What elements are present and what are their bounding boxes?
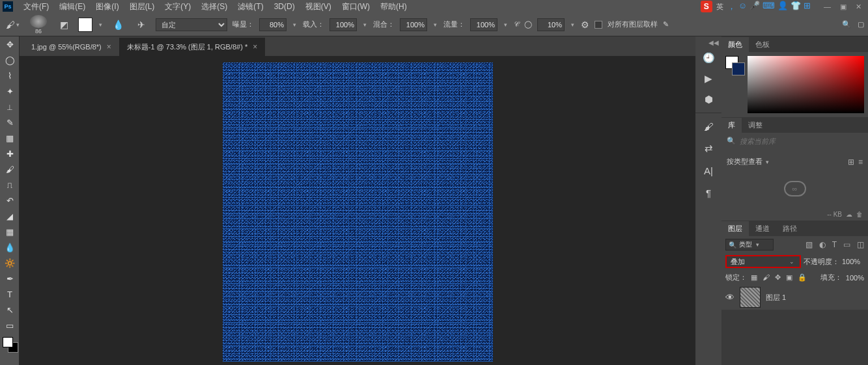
visibility-toggle[interactable]: 👁: [725, 292, 735, 303]
expand-panels-icon[interactable]: ◀◀: [708, 39, 721, 46]
blend-mode-select[interactable]: 叠加 ⌄: [725, 255, 801, 268]
airbrush-icon[interactable]: 𝒞: [514, 20, 519, 29]
marquee-tool[interactable]: ◯: [0, 52, 20, 68]
canvas[interactable]: [223, 62, 493, 362]
close-icon[interactable]: ×: [107, 42, 111, 51]
menu-image[interactable]: 图像(I): [91, 1, 124, 12]
layer-row[interactable]: 👁 图层 1: [721, 285, 868, 310]
ime-punct-icon[interactable]: ，: [727, 1, 736, 12]
menu-filter[interactable]: 滤镜(T): [232, 1, 268, 12]
close-button[interactable]: ✕: [856, 3, 861, 11]
3d-panel-icon[interactable]: ⬢: [699, 90, 718, 109]
color-swatch[interactable]: [78, 18, 92, 32]
exposure-input[interactable]: [259, 18, 287, 31]
clean-brush-icon[interactable]: ✈: [132, 16, 150, 34]
menu-type[interactable]: 文字(Y): [160, 1, 196, 12]
lock-brush-icon[interactable]: 🖌: [763, 273, 770, 282]
magic-wand-tool[interactable]: ✦: [0, 83, 20, 99]
pen-tool[interactable]: ✒: [0, 271, 20, 286]
eraser-tool[interactable]: ◢: [0, 208, 20, 224]
type-tool[interactable]: T: [0, 286, 20, 302]
tab-swatches[interactable]: 色板: [749, 37, 776, 52]
ime-keyboard-icon[interactable]: ⌨: [763, 1, 775, 12]
tab-color[interactable]: 颜色: [721, 37, 749, 52]
tablet-size-icon[interactable]: ✎: [663, 20, 669, 29]
spot-heal-tool[interactable]: ✚: [0, 146, 20, 161]
blur-tool[interactable]: 💧: [0, 239, 20, 255]
filter-smart-icon[interactable]: ◫: [857, 240, 864, 249]
move-tool[interactable]: ✥: [0, 36, 20, 52]
tab-paths[interactable]: 路径: [776, 221, 804, 236]
doc-tab-2[interactable]: 未标题-1 @ 73.3% (图层 1, RGB/8#) * ×: [119, 38, 265, 56]
menu-select[interactable]: 选择(S): [196, 1, 232, 12]
grid-view-icon[interactable]: ⊞: [848, 157, 854, 167]
library-search-input[interactable]: [740, 137, 863, 145]
blend-input[interactable]: [400, 18, 427, 31]
paragraph-panel-icon[interactable]: ¶: [699, 183, 718, 202]
sample-all-checkbox[interactable]: [595, 21, 602, 29]
lock-artboard-icon[interactable]: ▣: [786, 273, 792, 282]
brush-panel-toggle[interactable]: ◩: [55, 16, 73, 34]
trash-icon[interactable]: 🗑: [856, 211, 863, 218]
history-panel-icon[interactable]: 🕘: [699, 49, 718, 67]
load-input[interactable]: [329, 18, 357, 31]
ime-user-icon[interactable]: 👤: [777, 1, 788, 12]
menu-help[interactable]: 帮助(H): [375, 1, 412, 12]
preset-select[interactable]: 自定: [156, 18, 227, 31]
lock-pixels-icon[interactable]: ▦: [751, 273, 757, 282]
shape-tool[interactable]: ▭: [0, 318, 20, 333]
menu-edit[interactable]: 编辑(E): [54, 1, 91, 12]
brushes-panel-icon[interactable]: 🖌: [699, 117, 718, 135]
gear-icon[interactable]: ⚙: [581, 20, 589, 30]
ime-smile-icon[interactable]: ☺: [738, 1, 747, 12]
ime-grid-icon[interactable]: ⊞: [804, 1, 811, 12]
color-field[interactable]: [748, 56, 864, 113]
path-select-tool[interactable]: ↖: [0, 302, 20, 318]
character-panel-icon[interactable]: A|: [699, 161, 718, 180]
tab-adjustments[interactable]: 调整: [742, 118, 769, 133]
filter-shape-icon[interactable]: ▭: [843, 240, 850, 249]
search-icon[interactable]: 🔍: [842, 20, 851, 29]
eyedropper-tool[interactable]: ✎: [0, 115, 20, 130]
fg-bg-swatches[interactable]: [0, 336, 20, 354]
clone-stamp-tool[interactable]: ⎍: [0, 177, 20, 193]
brush-settings-icon[interactable]: ⇄: [699, 139, 718, 157]
tab-libraries[interactable]: 库: [721, 118, 742, 133]
filter-adjust-icon[interactable]: ◐: [819, 240, 826, 249]
layer-filter-select[interactable]: 🔍 类型 ▾: [725, 239, 774, 250]
ime-sogou-icon[interactable]: S: [701, 1, 712, 12]
dodge-tool[interactable]: 🔆: [0, 255, 20, 271]
color-fg-bg[interactable]: [725, 56, 744, 74]
lasso-tool[interactable]: ⌇: [0, 68, 20, 83]
menu-3d[interactable]: 3D(D): [269, 2, 300, 11]
menu-file[interactable]: 文件(F): [18, 1, 54, 12]
gradient-tool[interactable]: ▦: [0, 224, 20, 239]
lock-all-icon[interactable]: 🔒: [798, 273, 807, 282]
brush-tool[interactable]: 🖌: [0, 161, 20, 177]
wet-brush-icon[interactable]: 💧: [109, 16, 127, 34]
menu-window[interactable]: 窗口(W): [337, 1, 375, 12]
lock-position-icon[interactable]: ✥: [775, 273, 781, 282]
fill-value[interactable]: 100%: [846, 274, 864, 282]
library-view-label[interactable]: 按类型查看 ▾: [727, 157, 770, 167]
cloud-icon[interactable]: ☁: [846, 211, 852, 218]
smoothing-input[interactable]: [537, 18, 565, 31]
tab-channels[interactable]: 通道: [749, 221, 776, 236]
brush-preset-picker[interactable]: 86: [27, 15, 49, 34]
ime-shirt-icon[interactable]: 👕: [791, 1, 801, 12]
play-panel-icon[interactable]: ▶: [699, 70, 718, 88]
frame-tool[interactable]: ▦: [0, 130, 20, 146]
ime-mic-icon[interactable]: 🎤: [749, 1, 760, 12]
chevron-down-icon[interactable]: ▾: [98, 21, 104, 28]
tab-layers[interactable]: 图层: [721, 221, 749, 236]
maximize-button[interactable]: ▣: [840, 3, 847, 11]
close-icon[interactable]: ×: [253, 42, 257, 51]
minimize-button[interactable]: —: [824, 3, 831, 11]
current-tool-icon[interactable]: 🖌▾: [4, 16, 22, 34]
foreground-color[interactable]: [3, 337, 13, 347]
tablet-pressure-icon[interactable]: ◯: [524, 20, 532, 29]
history-brush-tool[interactable]: ↶: [0, 193, 20, 208]
layer-name[interactable]: 图层 1: [766, 293, 786, 303]
list-view-icon[interactable]: ≡: [858, 157, 863, 167]
filter-type-icon[interactable]: T: [832, 240, 837, 249]
